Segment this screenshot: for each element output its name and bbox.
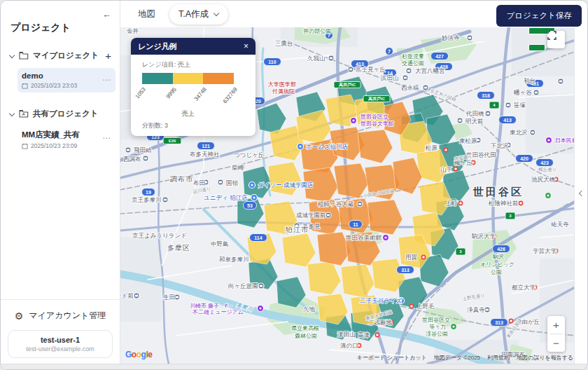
svg-text:高津: 高津 [358, 331, 370, 338]
account-management-button[interactable]: ⚙ マイアカウント管理 [1, 310, 120, 322]
svg-text:溝の口: 溝の口 [340, 342, 358, 349]
svg-text:初台: 初台 [524, 77, 536, 84]
project-sidebar: ← プロジェクト マイプロジェクト + demo 2025/10/23 23:0… [1, 1, 120, 369]
tab-map[interactable]: 地図 [138, 8, 155, 20]
svg-text:狛江市: 狛江市 [285, 226, 309, 233]
project-item-demo[interactable]: demo 2025/10/23 23:03 ⋯ [18, 68, 115, 92]
svg-text:公園: 公園 [491, 269, 502, 275]
svg-text:付属病院: 付属病院 [272, 88, 295, 95]
svg-text:大宮八幡宮: 大宮八幡宮 [415, 67, 445, 74]
svg-text:114: 114 [254, 235, 262, 240]
svg-text:高井戸IC: 高井戸IC [368, 96, 386, 102]
legend-ticks: 1053999534748632769 [142, 84, 234, 109]
svg-text:布多天神社: 布多天神社 [190, 151, 220, 158]
legend-division-count: 分割数: 3 [142, 121, 246, 130]
chevron-left-icon[interactable] [578, 191, 583, 196]
svg-text:代田橋: 代田橋 [465, 110, 484, 117]
svg-text:松陰神社前: 松陰神社前 [489, 200, 519, 207]
svg-text:柴崎: 柴崎 [232, 164, 244, 171]
svg-text:山下: 山下 [440, 166, 452, 173]
svg-text:423: 423 [540, 160, 549, 165]
svg-text:420: 420 [520, 156, 528, 161]
svg-text:つつじヶ丘: つつじヶ丘 [234, 151, 264, 158]
map-attribution: キーボード ショートカット地図データ ©2025利用規約地図の誤りを報告する [357, 354, 573, 362]
legend-range-item: レンジ項目: 売上 [142, 60, 246, 69]
svg-text:世田谷区立: 世田谷区立 [422, 317, 450, 323]
chevron-down-icon[interactable] [9, 53, 15, 58]
svg-text:ユニディ 狛江店: ユニディ 狛江店 [204, 194, 248, 201]
add-project-button[interactable]: + [104, 50, 113, 61]
svg-text:国領: 国領 [226, 179, 239, 186]
svg-text:三鷹台: 三鷹台 [275, 40, 293, 47]
svg-text:京王よみうりランド: 京王よみうりランド [132, 232, 187, 239]
svg-text:上町: 上町 [445, 200, 458, 207]
svg-text:明大前: 明大前 [465, 118, 484, 125]
section-my-projects[interactable]: マイプロジェクト + [1, 48, 120, 62]
svg-text:松原: 松原 [426, 144, 438, 151]
calendar-icon [22, 143, 28, 149]
svg-text:川崎市 藤子・F・: 川崎市 藤子・F・ [190, 303, 234, 309]
map-canvas[interactable]: 2011014413427428318431413420423426123121… [120, 27, 576, 364]
svg-text:多摩区: 多摩区 [167, 244, 190, 252]
svg-text:森林公園: 森林公園 [295, 333, 317, 339]
save-project-button[interactable]: プロジェクト保存 [496, 5, 582, 27]
svg-text:妙法寺: 妙法寺 [441, 34, 460, 41]
svg-text:121: 121 [202, 144, 210, 149]
account-management-label: マイアカウント管理 [29, 310, 106, 322]
svg-text:西調布: 西調布 [123, 156, 141, 163]
svg-text:杉並児童: 杉並児童 [402, 53, 424, 60]
divider [1, 299, 120, 300]
shared-folder-icon [19, 109, 29, 118]
svg-text:ンド前: ンド前 [120, 292, 134, 299]
svg-text:中野島: 中野島 [211, 240, 229, 247]
svg-text:413: 413 [503, 118, 512, 123]
svg-text:西永福: 西永福 [401, 84, 419, 91]
right-panel-strip [574, 27, 587, 364]
close-icon[interactable]: × [244, 42, 248, 50]
user-card[interactable]: test-user-1 test-user@example.com [8, 330, 113, 358]
ta-create-dropdown[interactable]: T.A作成 [169, 4, 228, 25]
project-item-mm[interactable]: MM店実績_共有 2025/10/23 23:09 ⋯ [18, 126, 115, 153]
svg-text:313: 313 [495, 320, 503, 325]
section-shared-projects[interactable]: 共有プロジェクト [1, 107, 120, 121]
project-menu-icon[interactable]: ⋯ [102, 75, 111, 85]
legend-header[interactable]: レンジ凡例 × [131, 38, 255, 55]
svg-text:20: 20 [255, 99, 261, 104]
svg-text:7: 7 [388, 49, 391, 54]
zoom-out-button[interactable]: − [547, 334, 565, 352]
svg-text:交通公園: 交通公園 [402, 60, 424, 67]
user-email: test-user@example.com [11, 345, 109, 352]
svg-text:幡ヶ谷: 幡ヶ谷 [514, 89, 532, 96]
svg-text:祐天寺: 祐天寺 [550, 221, 569, 228]
svg-text:オリンピック: オリンピック [480, 261, 514, 268]
svg-text:成城学園前: 成城学園前 [296, 212, 326, 219]
project-menu-icon[interactable]: ⋯ [102, 133, 111, 143]
range-legend-panel: レンジ凡例 × レンジ項目: 売上 1053999534748632769 売上… [131, 38, 255, 136]
zoom-in-button[interactable]: + [547, 316, 565, 334]
legend-colorbar [142, 73, 234, 84]
svg-text:京王多摩川: 京王多摩川 [132, 196, 162, 203]
sidebar-bottom: ⚙ マイアカウント管理 test-user-1 test-user@exampl… [1, 299, 120, 358]
fullscreen-button[interactable] [547, 31, 565, 48]
svg-text:駒沢大学: 駒沢大学 [471, 233, 496, 240]
svg-text:布田: 布田 [193, 179, 205, 186]
svg-text:高井戸IC: 高井戸IC [339, 82, 356, 88]
folder-icon [19, 51, 29, 60]
chevron-down-icon[interactable] [9, 111, 15, 116]
svg-text:池尻大橋: 池尻大橋 [531, 176, 556, 183]
svg-text:久地: 久地 [303, 306, 316, 313]
svg-text:飛田給: 飛田給 [134, 146, 152, 153]
svg-text:世田谷区立: 世田谷区立 [360, 114, 388, 120]
project-date: 2025/10/23 23:03 [31, 82, 77, 89]
project-date: 2025/10/23 23:09 [31, 142, 77, 149]
svg-text:不二雄ミュージアム: 不二雄ミュージアム [192, 309, 244, 315]
google-logo: Google [125, 350, 152, 359]
svg-text:ホームズ仙川店: ホームズ仙川店 [306, 143, 348, 150]
svg-text:東北沢: 東北沢 [510, 129, 528, 136]
svg-text:E20: E20 [169, 139, 176, 143]
svg-text:梅丘通り: 梅丘通り [538, 167, 556, 172]
svg-text:駒沢: 駒沢 [492, 254, 504, 260]
chevron-down-icon [214, 11, 219, 17]
section-label: 共有プロジェクト [33, 109, 113, 119]
sidebar-collapse-icon[interactable]: ← [102, 9, 111, 20]
